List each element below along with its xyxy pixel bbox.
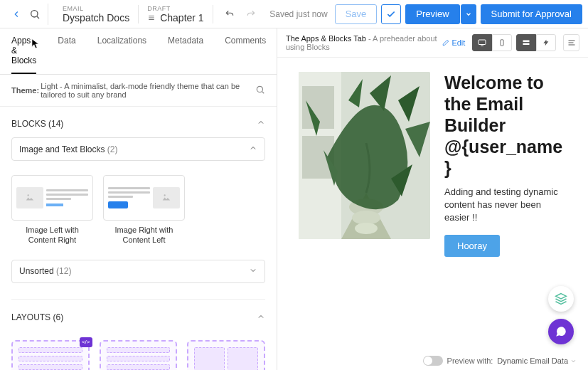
chevron-down-icon	[570, 358, 577, 364]
breadcrumb-draft[interactable]: DRAFT Chapter 1	[139, 5, 213, 23]
unsorted-blocks-group[interactable]: Unsorted (12)	[11, 260, 265, 283]
layout-single-column[interactable]: Single Column	[100, 340, 178, 370]
device-mobile-button[interactable]	[492, 34, 512, 51]
preview-data-toggle[interactable]	[423, 356, 443, 366]
tab-data[interactable]: Data	[58, 28, 75, 74]
view-mode-flash-button[interactable]	[536, 34, 556, 51]
image-placeholder-icon	[16, 187, 43, 208]
layouts-header[interactable]: LAYOUTS (6)	[11, 308, 265, 327]
image-placeholder-icon	[153, 187, 180, 208]
preview-dropdown[interactable]	[461, 4, 476, 24]
tab-metadata[interactable]: Metadata	[168, 28, 203, 74]
email-canvas[interactable]: Welcome to the Email Builder @{user_name…	[277, 58, 588, 370]
tab-localizations[interactable]: Localizations	[97, 28, 146, 74]
breadcrumb-email[interactable]: EMAIL Dyspatch Docs	[54, 5, 139, 23]
svg-point-8	[164, 194, 166, 196]
chat-icon	[555, 325, 567, 338]
chat-fab-button[interactable]	[548, 319, 574, 344]
preview-data-dropdown[interactable]: Dynamic Email Data	[497, 356, 577, 365]
preview-button[interactable]: Preview	[405, 4, 459, 24]
submit-approval-button[interactable]: Submit for Approval	[481, 4, 582, 24]
list-icon	[147, 14, 156, 21]
edit-subject-button[interactable]: Edit	[442, 38, 465, 47]
svg-rect-9	[479, 40, 486, 45]
theme-search-icon[interactable]	[255, 85, 265, 96]
tab-apps-blocks[interactable]: Apps & Blocks	[11, 28, 36, 74]
svg-line-6	[262, 92, 264, 94]
layout-custom-dml[interactable]: </> Custom DML	[11, 340, 90, 370]
search-button[interactable]	[27, 4, 48, 25]
chevron-up-icon	[257, 312, 265, 323]
email-heading[interactable]: Welcome to the Email Builder @{user_name…	[444, 72, 567, 179]
block-image-right[interactable]: Image Right with Content Left	[103, 175, 185, 245]
layers-icon	[555, 292, 567, 305]
svg-point-0	[31, 10, 37, 16]
layout-two-column[interactable]: Two Column	[187, 340, 265, 370]
chevron-up-icon	[257, 118, 265, 129]
chevron-up-icon	[249, 144, 257, 154]
view-mode-card-button[interactable]	[516, 34, 536, 51]
device-desktop-button[interactable]	[472, 34, 492, 51]
back-button[interactable]	[6, 4, 27, 25]
email-body-text[interactable]: Adding and testing dynamic content has n…	[444, 186, 567, 225]
email-cta-button[interactable]: Hooray	[444, 235, 500, 257]
approve-check-button[interactable]	[381, 4, 401, 24]
email-subject-preview: The Apps & Blocks Tab - A preheader abou…	[286, 34, 442, 51]
redo-button[interactable]	[243, 6, 259, 22]
blocks-header[interactable]: BLOCKS (14)	[11, 114, 265, 133]
svg-point-7	[28, 194, 29, 196]
code-badge-icon: </>	[80, 337, 92, 347]
svg-marker-24	[556, 294, 567, 300]
svg-rect-13	[523, 43, 530, 46]
chevron-down-icon	[249, 266, 257, 277]
theme-selector[interactable]: Theme: Light - A minimalist, dark-mode f…	[0, 75, 277, 107]
svg-rect-11	[501, 40, 503, 46]
email-hero-image[interactable]	[299, 72, 430, 239]
save-status: Saved just now	[269, 9, 327, 19]
block-image-left[interactable]: Image Left with Content Right	[11, 175, 93, 245]
tab-comments[interactable]: Comments	[225, 28, 266, 74]
pencil-icon	[442, 39, 449, 46]
svg-point-23	[355, 223, 378, 234]
save-button[interactable]: Save	[335, 4, 378, 24]
image-text-blocks-group[interactable]: Image and Text Blocks (2)	[11, 137, 265, 161]
svg-rect-12	[523, 41, 530, 43]
svg-point-5	[257, 86, 262, 92]
preview-with-label: Preview with:	[447, 356, 493, 365]
layers-fab-button[interactable]	[548, 286, 574, 312]
align-button[interactable]	[563, 34, 579, 51]
undo-button[interactable]	[222, 6, 237, 22]
svg-line-1	[37, 16, 39, 18]
